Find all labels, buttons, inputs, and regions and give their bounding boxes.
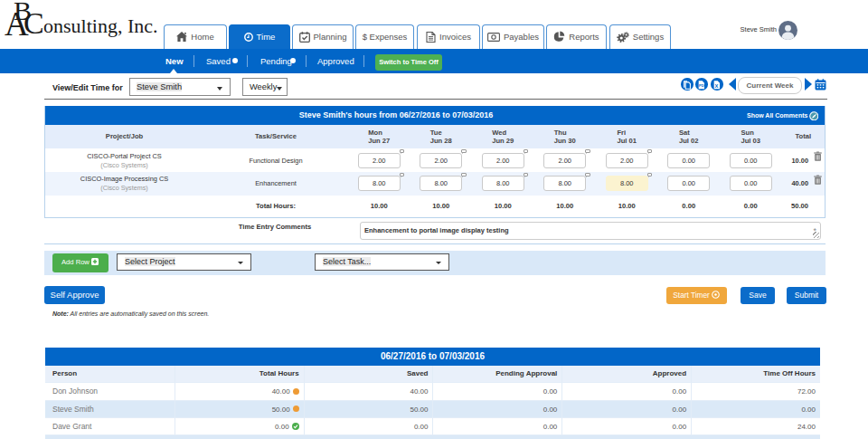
- svg-text:PDF: PDF: [699, 83, 707, 88]
- svg-text:X: X: [714, 82, 718, 88]
